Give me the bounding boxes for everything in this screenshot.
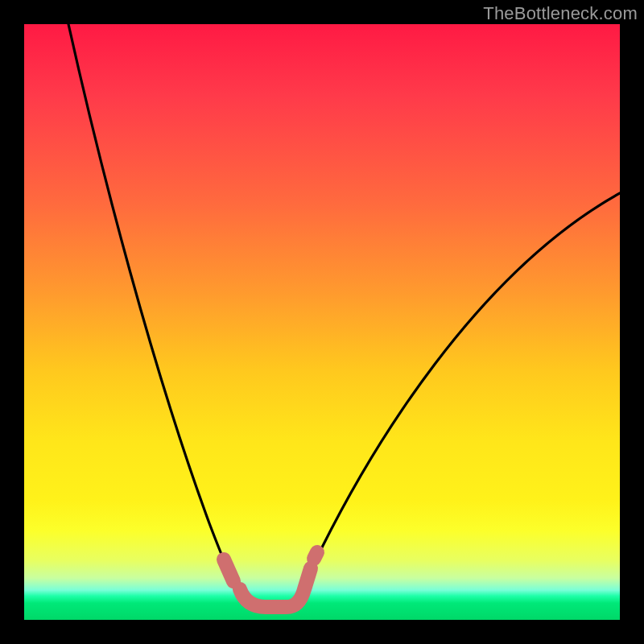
- bottleneck-curve: [68, 24, 620, 605]
- watermark-text: TheBottleneck.com: [483, 3, 638, 24]
- valley-highlight: [224, 552, 317, 607]
- outer-frame: TheBottleneck.com: [0, 0, 644, 644]
- plot-area: [24, 24, 620, 620]
- curve-svg: [24, 24, 620, 620]
